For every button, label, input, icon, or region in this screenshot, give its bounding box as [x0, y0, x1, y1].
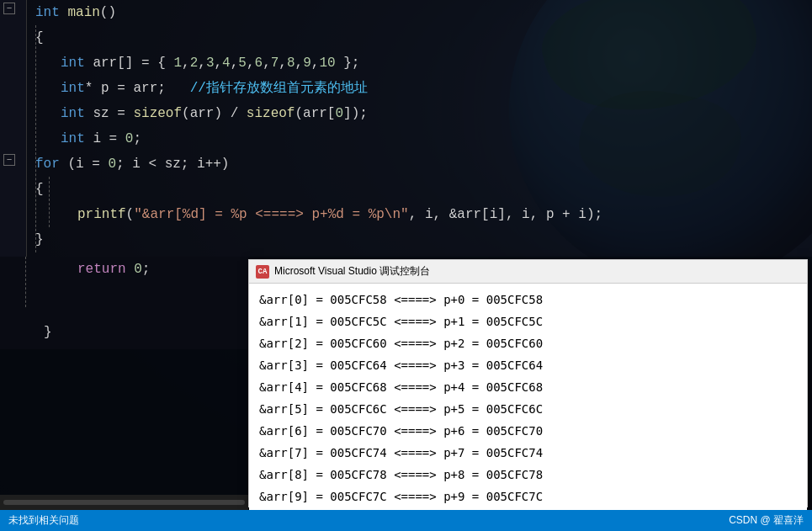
console-output-row: &arr[3] = 005CFC64 <====> p+3 = 005CFC64 [259, 354, 797, 376]
console-output: &arr[0] = 005CFC58 <====> p+0 = 005CFC58… [249, 284, 807, 512]
code-line-4: int* p = arr; //指针存放数组首元素的地址 [35, 76, 804, 101]
code-line-5: int sz = sizeof(arr) / sizeof(arr[0]); [35, 101, 804, 126]
fold-minus-1[interactable]: − [3, 3, 15, 14]
console-titlebar: CA Microsoft Visual Studio 调试控制台 [249, 260, 807, 284]
console-output-row: &arr[6] = 005CFC70 <====> p+6 = 005CFC70 [259, 420, 797, 442]
code-line-1: int main() [35, 0, 804, 25]
console-title: Microsoft Visual Studio 调试控制台 [274, 264, 430, 279]
code-line-8: { [35, 177, 804, 202]
console-output-row: &arr[7] = 005CFC74 <====> p+7 = 005CFC74 [259, 442, 797, 464]
code-line-return: return 0; [35, 257, 240, 282]
code-line-10: } [35, 227, 804, 252]
console-output-row: &arr[8] = 005CFC78 <====> p+8 = 005CFC78 [259, 464, 797, 486]
vline-for [49, 177, 50, 227]
console-output-row: &arr[9] = 005CFC7C <====> p+9 = 005CFC7C [259, 486, 797, 507]
vline-main [35, 25, 36, 252]
code-line-6: int i = 0; [35, 126, 804, 151]
console-app-icon: CA [256, 265, 269, 279]
status-left-text: 未找到相关问题 [8, 513, 79, 528]
code-line-9: printf("&arr[%d] = %p <====> p+%d = %p\n… [35, 202, 804, 227]
console-window: CA Microsoft Visual Studio 调试控制台 &arr[0]… [248, 259, 808, 507]
horizontal-scrollbar[interactable] [0, 495, 248, 510]
code-editor: − − int main() { int arr[] = { 1,2,3,4,5… [0, 0, 812, 257]
console-output-row: &arr[0] = 005CFC58 <====> p+0 = 005CFC58 [259, 289, 797, 311]
code-line-close: } [44, 320, 240, 345]
code-lines: int main() { int arr[] = { 1,2,3,4,5,6,7… [27, 0, 812, 257]
closing-brace-area: } [0, 320, 248, 349]
code-line-2: { [35, 25, 804, 50]
editor-gutter: − − [0, 0, 27, 257]
fold-minus-2[interactable]: − [3, 154, 15, 166]
scrollbar-track [3, 500, 245, 505]
code-line-7: for (i = 0; i < sz; i++) [35, 151, 804, 177]
code-line-3: int arr[] = { 1,2,3,4,5,6,7,8,9,10 }; [35, 50, 804, 76]
console-output-row: &arr[5] = 005CFC6C <====> p+5 = 005CFC6C [259, 398, 797, 420]
status-bar: 未找到相关问题 CSDN @ 翟喜洋 [0, 510, 812, 531]
console-output-row: &arr[1] = 005CFC5C <====> p+1 = 005CFC5C [259, 311, 797, 332]
status-right-text: CSDN @ 翟喜洋 [729, 513, 804, 528]
console-output-row: &arr[4] = 005CFC68 <====> p+4 = 005CFC68 [259, 376, 797, 398]
console-output-row: &arr[2] = 005CFC60 <====> p+2 = 005CFC60 [259, 332, 797, 354]
